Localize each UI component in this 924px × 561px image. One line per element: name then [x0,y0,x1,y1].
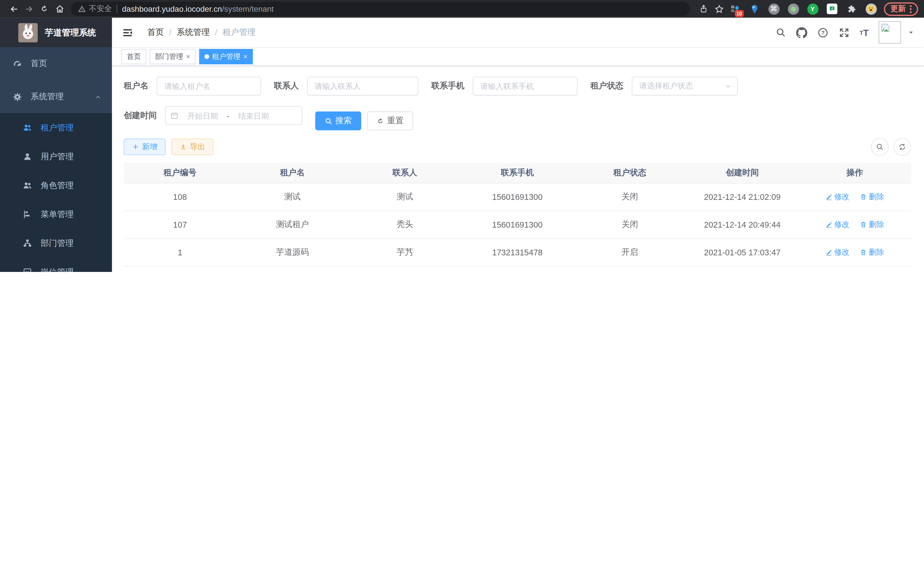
search-icon [876,143,884,151]
delete-link[interactable]: 删除 [860,191,884,202]
col-tenant-name: 租户名 [236,163,349,183]
extension-recorder-icon[interactable] [788,3,799,15]
org-chart-icon [22,238,32,248]
refresh-icon [898,143,906,151]
filter-tenant-name: 租户名 [124,77,261,96]
dashboard-icon [12,58,22,69]
sidebar-item-label: 租户管理 [40,122,74,133]
user-icon [22,151,32,162]
delete-link[interactable]: 删除 [860,219,884,230]
extension-pin-icon[interactable] [748,3,760,15]
fullscreen-icon[interactable] [838,27,849,38]
status-select[interactable]: 请选择租户状态 [632,77,738,96]
refresh-table-button[interactable] [893,138,911,156]
pencil-icon [825,193,832,200]
sidebar-item-user[interactable]: 用户管理 [0,142,112,171]
sidebar-item-system[interactable]: 系统管理 [0,80,112,114]
help-icon[interactable]: ? [817,27,828,38]
bookmark-star-icon[interactable] [711,1,727,17]
phone-input[interactable] [472,77,578,96]
tenant-table: 租户编号 租户名 联系人 联系手机 租户状态 创建时间 操作 108 测试 [124,163,911,266]
browser-back-icon[interactable] [6,1,21,17]
sidebar-item-tenant[interactable]: 租户管理 [0,113,112,142]
edit-link[interactable]: 修改 [825,191,850,202]
gear-icon [12,92,22,102]
browser-reload-icon[interactable] [37,1,52,17]
end-date-input[interactable] [231,111,277,121]
refresh-icon [376,117,384,125]
browser-menu-kebab-icon[interactable] [910,5,912,13]
tree-icon [22,209,32,220]
pencil-icon [825,221,832,228]
search-button[interactable]: 搜索 [315,111,361,130]
start-date-input[interactable] [180,111,226,121]
avatar-caret-down-icon[interactable] [908,29,915,36]
col-create-time: 创建时间 [686,163,799,183]
calendar-icon [170,111,178,120]
sidebar-item-label: 用户管理 [40,151,74,162]
sidebar-item-label: 菜单管理 [40,209,74,220]
col-actions: 操作 [799,163,911,183]
search-icon [325,117,332,125]
breadcrumb: 首页 / 系统管理 / 租户管理 [147,27,256,38]
date-range-picker[interactable]: - [165,106,303,125]
trash-icon [860,193,867,200]
sidebar-item-menu[interactable]: 菜单管理 [0,200,112,229]
roles-icon [22,180,32,191]
top-navbar: 首页 / 系统管理 / 租户管理 ? [112,18,924,48]
delete-link[interactable]: 删除 [860,247,884,257]
sidebar-item-dept[interactable]: 部门管理 [0,229,112,258]
extension-command-icon[interactable]: ⌘ [768,3,779,15]
browser-update-button[interactable]: 更新 [884,2,918,15]
tenant-name-input[interactable] [157,77,261,96]
contact-input[interactable] [307,77,418,96]
reset-button[interactable]: 重置 [367,111,413,130]
export-button[interactable]: 导出 [171,139,213,155]
browser-forward-icon[interactable] [21,1,37,17]
tag-dept[interactable]: 部门管理 × [150,49,196,64]
sidebar-item-home[interactable]: 首页 [0,47,112,80]
extensions-puzzle-icon[interactable] [846,3,857,15]
edit-link[interactable]: 修改 [825,247,850,257]
extension-badge: 10 [735,10,744,17]
github-icon[interactable] [796,27,807,38]
screen: 不安全 dashboard.yudao.iocoder.cn/system/te… [0,0,924,272]
sidebar-item-post[interactable]: 岗位管理 [0,258,112,272]
system-submenu: 租户管理 用户管理 角色管理 [0,113,112,272]
table-row: 108 测试 测试 15601691300 关闭 2021-12-14 21:0… [124,183,911,211]
header-search-icon[interactable] [776,27,786,38]
extension-grid-icon[interactable]: 10 [729,3,741,15]
status-value: 开启 [574,238,686,266]
filter-create-time: 创建时间 - [124,106,302,125]
col-contact: 联系人 [349,163,461,183]
breadcrumb-system[interactable]: 系统管理 [177,27,210,38]
share-icon[interactable] [696,1,711,17]
tag-home[interactable]: 首页 [122,49,146,64]
sidebar-collapse-icon[interactable] [122,27,133,38]
url-text: dashboard.yudao.iocoder.cn/system/tenant [122,4,274,13]
extension-y-icon[interactable]: Y [807,3,819,15]
filter-status: 租户状态 请选择租户状态 [591,77,738,96]
sidebar-item-label: 岗位管理 [40,267,74,272]
profile-avatar[interactable] [865,3,877,15]
browser-toolbar: 不安全 dashboard.yudao.iocoder.cn/system/te… [0,0,924,18]
app-logo[interactable]: 芋道管理系统 [0,18,112,47]
badge-icon [22,267,32,272]
close-icon[interactable]: × [186,53,190,61]
browser-home-icon[interactable] [52,1,68,17]
extension-chat-icon[interactable] [826,3,838,15]
tag-tenant[interactable]: 租户管理 × [199,49,253,64]
font-size-icon[interactable]: TT [860,27,869,38]
show-search-toggle-button[interactable] [871,138,889,156]
close-icon[interactable]: × [243,53,248,61]
edit-link[interactable]: 修改 [825,219,850,230]
table-row: 1 芋道源码 芋艿 17321315478 开启 2021-01-05 17:0… [124,238,911,266]
breadcrumb-home[interactable]: 首页 [147,27,164,38]
sidebar-item-role[interactable]: 角色管理 [0,171,112,200]
sidebar-item-label: 系统管理 [31,92,64,102]
table-row: 107 测试租户 秃头 15601691300 关闭 2021-12-14 20… [124,211,911,238]
user-avatar[interactable] [879,21,901,44]
address-bar[interactable]: 不安全 dashboard.yudao.iocoder.cn/system/te… [71,2,690,16]
add-button[interactable]: 新增 [124,139,165,155]
trash-icon [860,221,867,228]
